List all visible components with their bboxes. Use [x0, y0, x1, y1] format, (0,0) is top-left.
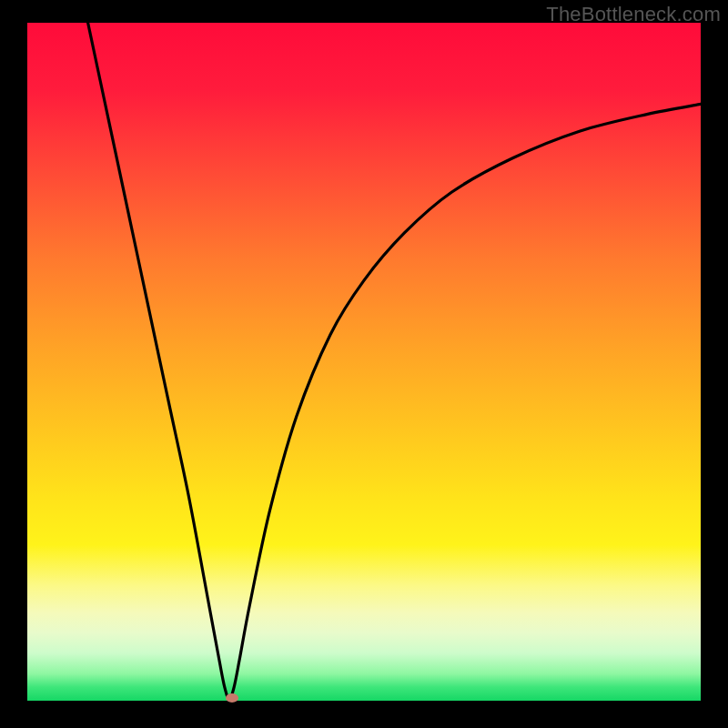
watermark-text: TheBottleneck.com [546, 3, 721, 26]
optimal-point-marker [226, 693, 238, 703]
corner-patch [723, 723, 728, 728]
bottleneck-curve [27, 23, 701, 701]
